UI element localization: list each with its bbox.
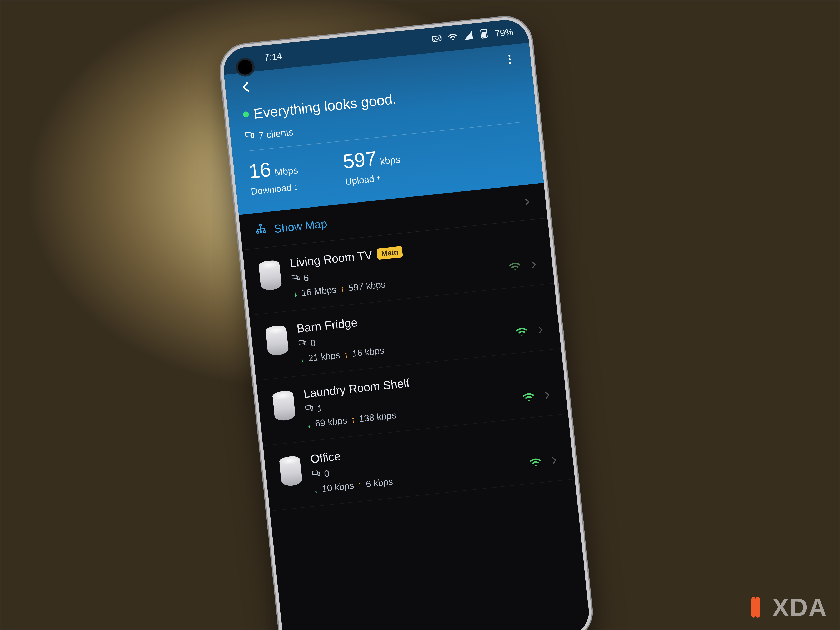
battery-icon bbox=[478, 28, 490, 41]
download-speed: 16Mbps Download↓ bbox=[248, 156, 300, 197]
node-name: Office bbox=[310, 449, 341, 466]
svg-point-11 bbox=[260, 231, 262, 233]
node-upload: 16 kbps bbox=[352, 345, 385, 359]
upload-unit: kbps bbox=[380, 154, 401, 167]
upload-value: 597 bbox=[342, 147, 377, 172]
svg-rect-13 bbox=[292, 275, 297, 279]
status-text: Everything looks good. bbox=[253, 91, 397, 122]
download-label: Download bbox=[250, 182, 292, 197]
devices-icon bbox=[305, 404, 314, 415]
wifi-signal-icon bbox=[522, 390, 535, 405]
devices-icon bbox=[245, 130, 255, 142]
up-arrow-icon: ↑ bbox=[350, 414, 356, 425]
svg-rect-7 bbox=[246, 132, 251, 136]
down-arrow-icon: ↓ bbox=[306, 419, 312, 429]
svg-rect-17 bbox=[306, 406, 311, 409]
down-arrow-icon: ↓ bbox=[292, 288, 298, 299]
svg-rect-16 bbox=[304, 341, 306, 345]
svg-rect-14 bbox=[297, 276, 299, 279]
svg-point-4 bbox=[508, 55, 511, 57]
router-icon bbox=[272, 390, 296, 422]
svg-point-6 bbox=[509, 62, 511, 64]
node-client-count: 0 bbox=[310, 338, 316, 349]
svg-rect-8 bbox=[251, 133, 254, 137]
node-name: Barn Fridge bbox=[296, 316, 358, 335]
download-value: 16 bbox=[248, 158, 272, 183]
node-download: 10 kbps bbox=[322, 480, 354, 494]
node-client-count: 1 bbox=[317, 403, 323, 414]
svg-point-12 bbox=[263, 231, 265, 232]
node-download: 21 kbps bbox=[308, 350, 341, 363]
svg-rect-15 bbox=[299, 340, 304, 344]
signal-icon bbox=[463, 30, 474, 43]
router-icon bbox=[258, 260, 282, 291]
show-map-label: Show Map bbox=[273, 217, 328, 235]
main-badge: Main bbox=[377, 246, 403, 260]
upload-label: Upload bbox=[345, 174, 375, 187]
router-icon bbox=[265, 325, 289, 356]
down-arrow-icon: ↓ bbox=[313, 484, 319, 495]
battery-percent: 79% bbox=[494, 27, 514, 39]
status-time: 7:14 bbox=[264, 51, 282, 63]
up-arrow-icon: ↑ bbox=[376, 173, 381, 183]
node-download: 16 Mbps bbox=[301, 284, 337, 298]
svg-rect-19 bbox=[313, 471, 318, 475]
router-icon bbox=[279, 455, 303, 487]
topology-icon bbox=[254, 223, 267, 238]
down-arrow-icon: ↓ bbox=[293, 182, 299, 192]
node-upload: 597 kbps bbox=[348, 279, 386, 293]
node-client-count: 0 bbox=[324, 468, 330, 479]
xda-watermark: XDA bbox=[743, 593, 827, 622]
phone-frame: 7:14 VoWiFi 79% bbox=[218, 14, 594, 630]
chevron-right-icon bbox=[529, 260, 538, 270]
wifi-signal-icon bbox=[529, 455, 542, 470]
wifi-status-icon bbox=[447, 32, 458, 44]
wifi-signal-icon bbox=[515, 325, 529, 339]
chevron-right-icon bbox=[543, 391, 552, 401]
status-dot-icon bbox=[243, 111, 249, 118]
back-button[interactable] bbox=[239, 80, 253, 96]
devices-icon bbox=[291, 273, 300, 284]
svg-point-10 bbox=[257, 231, 259, 233]
svg-point-5 bbox=[509, 58, 511, 60]
devices-icon bbox=[312, 469, 321, 480]
svg-rect-3 bbox=[482, 32, 486, 37]
up-arrow-icon: ↑ bbox=[343, 349, 349, 360]
clients-count-text: 7 clients bbox=[258, 126, 294, 141]
node-upload: 138 kbps bbox=[358, 410, 397, 424]
devices-icon bbox=[298, 338, 307, 350]
node-upload: 6 kbps bbox=[365, 476, 393, 489]
wifi-signal-icon bbox=[508, 260, 522, 275]
chevron-right-icon bbox=[549, 456, 559, 466]
down-arrow-icon: ↓ bbox=[299, 354, 305, 365]
download-unit: Mbps bbox=[274, 164, 298, 178]
up-arrow-icon: ↑ bbox=[357, 479, 363, 490]
node-client-count: 6 bbox=[303, 272, 309, 283]
watermark-text: XDA bbox=[772, 593, 827, 622]
svg-rect-18 bbox=[311, 407, 313, 410]
more-options-button[interactable] bbox=[503, 52, 517, 69]
chevron-right-icon bbox=[522, 197, 532, 207]
node-download: 69 kbps bbox=[314, 415, 347, 429]
svg-rect-20 bbox=[318, 472, 320, 475]
upload-speed: 597kbps Upload↑ bbox=[342, 146, 403, 187]
vowifi-icon: VoWiFi bbox=[431, 33, 442, 46]
up-arrow-icon: ↑ bbox=[339, 283, 345, 294]
chevron-right-icon bbox=[536, 325, 545, 335]
svg-point-9 bbox=[259, 224, 262, 226]
